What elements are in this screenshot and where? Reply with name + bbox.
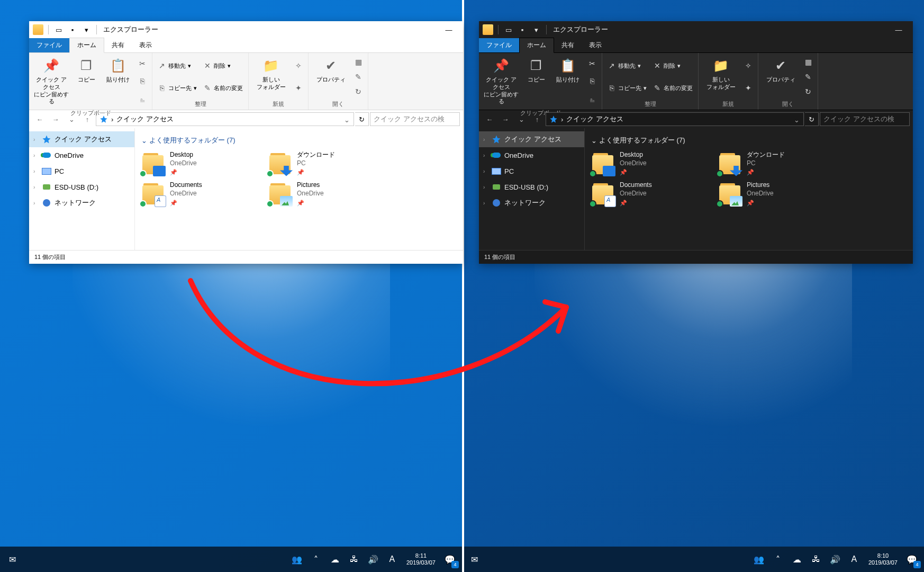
nav-item-net[interactable]: ›ネットワーク <box>479 195 584 211</box>
tab-share[interactable]: 共有 <box>104 38 132 52</box>
new-folder-button[interactable]: 📁 新しいフォルダー <box>702 55 740 99</box>
tab-home[interactable]: ホーム <box>69 38 104 53</box>
moveto-button[interactable]: ↗移動先 ▾ <box>605 60 649 71</box>
breadcrumb-root[interactable]: クイック アクセス <box>566 114 623 124</box>
cut-button[interactable]: ✂ <box>136 58 149 69</box>
volume-icon[interactable]: 🔊 <box>827 551 843 567</box>
new-item-button[interactable]: ✧ <box>292 60 305 71</box>
easy-access-button[interactable]: ✦ <box>742 83 755 93</box>
nav-item-star[interactable]: ›クイック アクセス <box>29 131 134 147</box>
folder-item[interactable]: DesktopOneDrive📌 <box>141 150 247 176</box>
history-button[interactable]: ↻ <box>352 86 365 97</box>
recent-button[interactable]: ⌄ <box>64 112 79 127</box>
folder-item[interactable]: DesktopOneDrive📌 <box>591 150 697 176</box>
nav-item-usb[interactable]: ›ESD-USB (D:) <box>479 179 584 195</box>
nav-item-onedrive[interactable]: ›OneDrive <box>479 147 584 163</box>
rename-button[interactable]: ✎名前の変更 <box>201 83 245 93</box>
nav-item-onedrive[interactable]: ›OneDrive <box>29 147 134 163</box>
tab-home[interactable]: ホーム <box>519 38 554 53</box>
address-dropdown-icon[interactable]: ⌄ <box>342 115 351 124</box>
easy-access-button[interactable]: ✦ <box>292 83 305 93</box>
up-button[interactable]: ↑ <box>530 112 545 127</box>
nav-item-pc[interactable]: ›PC <box>479 163 584 179</box>
copyto-button[interactable]: ⎘コピー先 ▾ <box>156 83 199 93</box>
copy-path-button[interactable]: ⎘ <box>136 76 149 86</box>
qat-newfolder-icon[interactable]: ▪ <box>517 24 528 35</box>
address-bar[interactable]: › クイック アクセス ⌄ <box>96 112 354 126</box>
minimize-button[interactable]: — <box>437 21 461 38</box>
nav-item-star[interactable]: ›クイック アクセス <box>479 131 584 147</box>
folder-item[interactable]: ダウンロードPC📌 <box>268 150 374 176</box>
people-icon[interactable]: 👥 <box>289 551 305 567</box>
nav-item-pc[interactable]: ›PC <box>29 163 134 179</box>
address-dropdown-icon[interactable]: ⌄ <box>792 115 801 124</box>
folder-item[interactable]: DocumentsOneDrive📌 <box>591 181 697 207</box>
tab-file[interactable]: ファイル <box>29 38 69 52</box>
group-header[interactable]: ⌄ よく使用するフォルダー (7) <box>591 136 907 145</box>
copyto-button[interactable]: ⎘コピー先 ▾ <box>605 83 649 93</box>
mail-icon[interactable]: ✉ <box>4 551 20 567</box>
onedrive-icon[interactable]: ☁ <box>789 551 805 567</box>
recent-button[interactable]: ⌄ <box>514 112 529 127</box>
taskbar[interactable]: ✉ 👥 ˄ ☁ 🖧 🔊 A 8:10 2019/03/07 💬 4 <box>462 547 924 572</box>
new-folder-button[interactable]: 📁 新しいフォルダー <box>252 55 290 99</box>
open-button[interactable]: ▦ <box>352 57 365 67</box>
breadcrumb-root[interactable]: クイック アクセス <box>116 114 174 124</box>
search-input[interactable]: クイック アクセスの検 <box>370 112 460 126</box>
clock[interactable]: 8:10 2019/03/07 <box>865 552 901 566</box>
cut-button[interactable]: ✂ <box>586 58 599 69</box>
delete-button[interactable]: ✕削除 ▾ <box>651 60 695 71</box>
back-button[interactable]: ← <box>32 112 47 127</box>
up-button[interactable]: ↑ <box>80 112 95 127</box>
copy-path-button[interactable]: ⎘ <box>586 76 599 86</box>
forward-button[interactable]: → <box>48 112 63 127</box>
open-button[interactable]: ▦ <box>802 57 814 67</box>
paste-short-button[interactable]: ⎁ <box>586 94 599 104</box>
tray-up-icon[interactable]: ˄ <box>770 551 786 567</box>
folder-item[interactable]: ダウンロードPC📌 <box>718 150 824 176</box>
folder-item[interactable]: PicturesOneDrive📌 <box>268 181 374 207</box>
moveto-button[interactable]: ↗移動先 ▾ <box>156 60 199 71</box>
edit-button[interactable]: ✎ <box>352 72 365 82</box>
delete-button[interactable]: ✕削除 ▾ <box>201 60 245 71</box>
forward-button[interactable]: → <box>498 112 513 127</box>
titlebar[interactable]: ▭ ▪ ▾ エクスプローラー — <box>479 21 913 38</box>
history-button[interactable]: ↻ <box>802 86 814 97</box>
group-header[interactable]: ⌄ よく使用するフォルダー (7) <box>141 136 457 145</box>
action-center-icon[interactable]: 💬 4 <box>904 551 920 567</box>
ime-icon[interactable]: A <box>846 551 862 567</box>
tray-up-icon[interactable]: ˄ <box>308 551 324 567</box>
taskbar[interactable]: ✉ 👥 ˄ ☁ 🖧 🔊 A 8:11 2019/03/07 💬 4 <box>0 547 462 572</box>
tab-file[interactable]: ファイル <box>479 38 519 52</box>
refresh-button[interactable]: ↻ <box>355 112 369 126</box>
folder-item[interactable]: PicturesOneDrive📌 <box>718 181 824 207</box>
qat-dropdown-icon[interactable]: ▾ <box>531 24 541 35</box>
pin-quickaccess-button[interactable]: 📌 クイック アクセスにピン留めする <box>32 55 70 108</box>
titlebar[interactable]: ▭ ▪ ▾ エクスプローラー — <box>29 21 463 38</box>
properties-button[interactable]: ✔ プロパティ <box>312 55 350 99</box>
qat-dropdown-icon[interactable]: ▾ <box>81 24 92 35</box>
tab-view[interactable]: 表示 <box>582 38 609 52</box>
volume-icon[interactable]: 🔊 <box>365 551 381 567</box>
nav-item-usb[interactable]: ›ESD-USB (D:) <box>29 179 134 195</box>
back-button[interactable]: ← <box>482 112 497 127</box>
properties-button[interactable]: ✔ プロパティ <box>762 55 800 99</box>
paste-button[interactable]: 📋 貼り付け <box>552 55 584 108</box>
search-input[interactable]: クイック アクセスの検 <box>820 112 910 126</box>
folder-item[interactable]: DocumentsOneDrive📌 <box>141 181 247 207</box>
edit-button[interactable]: ✎ <box>802 72 814 82</box>
pin-quickaccess-button[interactable]: 📌 クイック アクセスにピン留めする <box>482 55 520 108</box>
rename-button[interactable]: ✎名前の変更 <box>651 83 695 93</box>
network-icon[interactable]: 🖧 <box>808 551 824 567</box>
paste-short-button[interactable]: ⎁ <box>136 94 149 104</box>
network-icon[interactable]: 🖧 <box>346 551 362 567</box>
clock[interactable]: 8:11 2019/03/07 <box>403 552 439 566</box>
tab-view[interactable]: 表示 <box>132 38 159 52</box>
refresh-button[interactable]: ↻ <box>805 112 819 126</box>
new-item-button[interactable]: ✧ <box>742 60 755 71</box>
nav-item-net[interactable]: ›ネットワーク <box>29 195 134 211</box>
address-bar[interactable]: › クイック アクセス ⌄ <box>546 112 804 126</box>
onedrive-icon[interactable]: ☁ <box>327 551 343 567</box>
qat-properties-icon[interactable]: ▭ <box>53 24 64 35</box>
paste-button[interactable]: 📋 貼り付け <box>102 55 134 108</box>
